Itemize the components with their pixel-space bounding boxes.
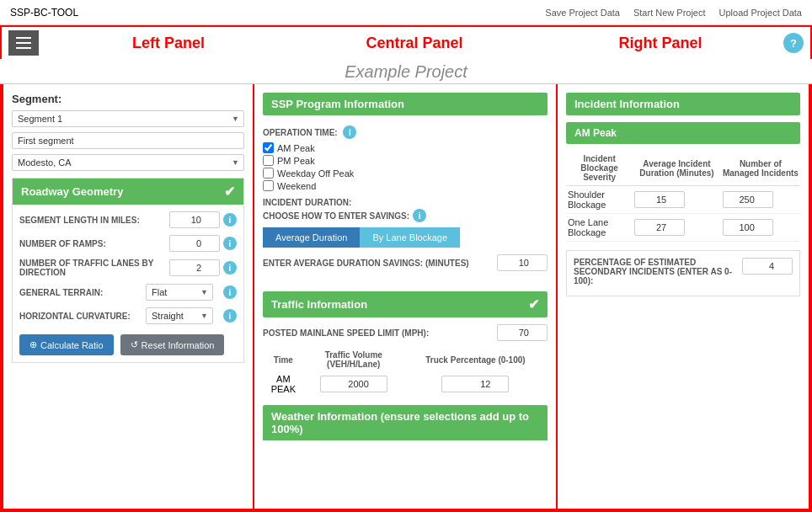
- lane-blockage-btn[interactable]: By Lane Blockage: [360, 227, 460, 248]
- truck-pct-input[interactable]: [441, 376, 509, 392]
- operation-time-label: OPERATION TIME: i: [263, 125, 548, 139]
- secondary-incidents-label: PERCENTAGE OF ESTIMATED SECONDARY INCIDE…: [574, 258, 735, 285]
- left-panel: Segment: Segment 1 Modesto, CA Roadway G…: [2, 84, 254, 510]
- one-lane-managed-input[interactable]: [723, 219, 773, 236]
- segment-name-input[interactable]: [12, 132, 244, 149]
- ssp-section: SSP Program Information OPERATION TIME: …: [263, 93, 548, 283]
- shoulder-managed-cell[interactable]: [721, 186, 800, 214]
- terrain-info-icon[interactable]: i: [223, 285, 237, 299]
- central-panel: SSP Program Information OPERATION TIME: …: [254, 84, 558, 510]
- incident-table: Incident Blockage Severity Average Incid…: [566, 151, 800, 242]
- one-lane-avg-duration-input[interactable]: [634, 219, 685, 236]
- incident-header: Incident Information: [566, 93, 800, 115]
- truck-col-header: Truck Percentage (0-100): [403, 348, 548, 371]
- speed-limit-input[interactable]: [497, 324, 548, 341]
- secondary-incidents-input[interactable]: [742, 258, 793, 275]
- pm-peak-checkbox[interactable]: [263, 155, 274, 166]
- avg-duration-label: ENTER AVERAGE DURATION SAVINGS: (Minutes…: [263, 259, 497, 268]
- incident-duration-label: INCIDENT DURATION:: [263, 198, 548, 207]
- right-panel-label: Right Panel: [537, 35, 783, 52]
- segment-length-input[interactable]: [169, 211, 220, 228]
- table-row: Shoulder Blockage: [566, 186, 800, 214]
- ssp-header: SSP Program Information: [263, 93, 548, 115]
- weekday-off-peak-checkbox-item[interactable]: Weekday Off Peak: [263, 168, 548, 179]
- volume-input[interactable]: [320, 376, 387, 392]
- traffic-header: Traffic Information ✔: [263, 291, 548, 317]
- curvature-info-icon[interactable]: i: [223, 309, 237, 323]
- operation-time-info-icon[interactable]: i: [343, 125, 356, 139]
- avg-duration-btn[interactable]: Average Duration: [263, 227, 360, 248]
- app-title-link[interactable]: SSP-BC-TOOL: [10, 7, 78, 19]
- left-panel-label: Left Panel: [45, 35, 291, 52]
- am-peak-bar: AM Peak: [566, 122, 800, 144]
- am-peak-checkbox-item[interactable]: AM Peak: [263, 142, 548, 153]
- speed-limit-label: POSTED MAINLANE SPEED LIMIT (MPH):: [263, 328, 497, 338]
- traffic-checkmark: ✔: [528, 296, 539, 312]
- reset-info-btn[interactable]: ↺ Reset Information: [120, 334, 225, 355]
- right-panel: Incident Information AM Peak Incident Bl…: [558, 84, 810, 510]
- table-row: AMPEAK: [263, 371, 548, 397]
- time-col-header: Time: [263, 348, 304, 371]
- segment-label: Segment:: [12, 93, 244, 105]
- num-ramps-input[interactable]: [169, 235, 220, 252]
- one-lane-managed-cell[interactable]: [721, 214, 800, 242]
- start-new-btn[interactable]: Start New Project: [633, 8, 706, 18]
- roadway-checkmark: ✔: [224, 184, 235, 200]
- avg-duration-input[interactable]: [497, 254, 548, 271]
- choose-savings-info-icon[interactable]: i: [413, 209, 426, 222]
- calculate-icon: ⊕: [29, 339, 37, 350]
- weekday-off-peak-checkbox[interactable]: [263, 168, 274, 179]
- segment-length-info-icon[interactable]: i: [223, 213, 237, 227]
- terrain-label: GENERAL TERRAIN:: [19, 288, 146, 297]
- shoulder-avg-duration-input[interactable]: [634, 191, 685, 208]
- incident-section: Incident Information AM Peak Incident Bl…: [566, 93, 800, 296]
- curvature-label: HORIZONTAL CURVATURE:: [19, 312, 146, 321]
- num-lanes-label: NUMBER OF TRAFFIC LANES BY DIRECTION: [19, 259, 169, 277]
- save-project-btn[interactable]: Save Project Data: [545, 8, 620, 18]
- managed-col-header: Number of Managed Incidents: [721, 151, 800, 186]
- project-title: Example Project: [0, 59, 812, 84]
- weekend-checkbox[interactable]: [263, 180, 274, 191]
- curvature-select[interactable]: Straight Curved: [146, 307, 213, 324]
- traffic-table: Time Traffic Volume(VEH/H/Lane) Truck Pe…: [263, 348, 548, 397]
- terrain-select[interactable]: Flat Rolling Mountainous: [146, 284, 213, 301]
- weather-header: Weather Information (ensure selections a…: [263, 405, 548, 440]
- upload-project-btn[interactable]: Upload Project Data: [719, 8, 802, 18]
- shoulder-blockage-label: Shoulder Blockage: [566, 186, 633, 214]
- help-btn[interactable]: ?: [783, 33, 804, 53]
- avg-duration-col-header: Average Incident Duration (Minutes): [633, 151, 721, 186]
- am-peak-checkbox[interactable]: [263, 142, 274, 153]
- num-ramps-label: NUMBER OF RAMPS:: [19, 239, 169, 248]
- shoulder-managed-input[interactable]: [723, 191, 773, 208]
- one-lane-avg-duration-cell[interactable]: [633, 214, 721, 242]
- location-select[interactable]: Modesto, CA: [12, 154, 244, 171]
- one-lane-blockage-label: One Lane Blockage: [566, 214, 633, 242]
- traffic-section: Traffic Information ✔ POSTED MAINLANE SP…: [263, 291, 548, 397]
- weather-section: Weather Information (ensure selections a…: [263, 405, 548, 440]
- segment-select[interactable]: Segment 1: [12, 110, 244, 127]
- hamburger-menu-btn[interactable]: [8, 30, 39, 56]
- truck-cell[interactable]: [403, 371, 548, 397]
- weekend-checkbox-item[interactable]: Weekend: [263, 180, 548, 191]
- operation-time-checkboxes: AM Peak PM Peak Weekday Off Peak Weekend: [263, 142, 548, 191]
- shoulder-avg-duration-cell[interactable]: [633, 186, 721, 214]
- volume-cell[interactable]: [304, 371, 403, 397]
- calculate-ratio-btn[interactable]: ⊕ Calculate Ratio: [19, 334, 114, 355]
- secondary-incidents: PERCENTAGE OF ESTIMATED SECONDARY INCIDE…: [566, 250, 800, 296]
- num-ramps-info-icon[interactable]: i: [223, 237, 237, 250]
- duration-buttons: Average Duration By Lane Blockage: [263, 227, 548, 248]
- choose-savings-label: Choose how to enter savings:: [263, 211, 409, 221]
- num-lanes-info-icon[interactable]: i: [223, 261, 237, 275]
- pm-peak-checkbox-item[interactable]: PM Peak: [263, 155, 548, 166]
- app-title[interactable]: SSP-BC-TOOL: [10, 7, 78, 19]
- time-cell: AMPEAK: [263, 371, 304, 397]
- roadway-header: Roadway Geometry ✔: [13, 179, 243, 205]
- top-bar: SSP-BC-TOOL Save Project Data Start New …: [0, 0, 812, 25]
- table-row: One Lane Blockage: [566, 214, 800, 242]
- volume-col-header: Traffic Volume(VEH/H/Lane): [304, 348, 403, 371]
- num-lanes-input[interactable]: [169, 259, 220, 276]
- severity-col-header: Incident Blockage Severity: [566, 151, 633, 186]
- central-panel-label: Central Panel: [291, 35, 537, 52]
- roadway-geometry-section: Roadway Geometry ✔ SEGMENT LENGTH IN MIL…: [12, 178, 244, 363]
- segment-length-label: SEGMENT LENGTH IN MILES:: [19, 216, 169, 225]
